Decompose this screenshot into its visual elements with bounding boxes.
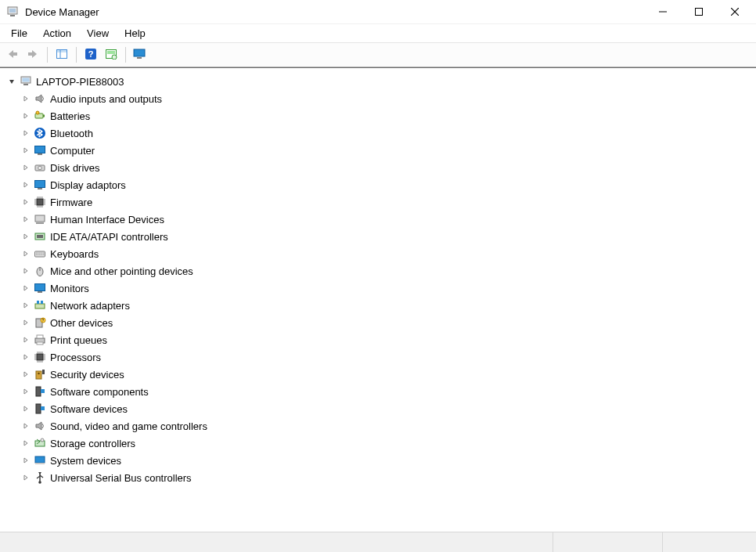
svg-rect-50 [36, 222, 44, 224]
tree-node[interactable]: Disk drives [20, 159, 753, 176]
toolbar-back-button[interactable] [3, 45, 22, 64]
minimize-button[interactable] [645, 0, 681, 23]
chevron-right-icon[interactable] [20, 455, 31, 466]
tree-node[interactable]: Security devices [20, 366, 753, 383]
svg-rect-58 [41, 253, 42, 254]
app-icon [6, 5, 19, 18]
tree-node[interactable]: Display adaptors [20, 176, 753, 193]
svg-rect-10 [57, 50, 67, 52]
toolbar-scan-button[interactable] [102, 45, 121, 64]
chevron-right-icon[interactable] [20, 317, 31, 328]
usb-icon [33, 471, 47, 485]
chevron-right-icon[interactable] [20, 197, 31, 207]
back-icon [6, 49, 19, 62]
toolbar-separator [47, 47, 48, 63]
menu-action[interactable]: Action [35, 26, 79, 41]
svg-rect-91 [43, 358, 45, 359]
status-bar [0, 532, 756, 552]
close-button[interactable] [717, 0, 753, 23]
toolbar-show-hide-button[interactable] [52, 45, 71, 64]
chevron-right-icon[interactable] [20, 248, 31, 259]
chevron-right-icon[interactable] [20, 214, 31, 225]
computer-icon [19, 74, 33, 88]
chevron-right-icon[interactable] [20, 352, 31, 363]
svg-rect-93 [42, 360, 43, 363]
tree-node[interactable]: Batteries [20, 107, 753, 124]
tree-node[interactable]: System devices [20, 452, 753, 469]
storage-icon [33, 436, 47, 450]
chevron-right-icon[interactable] [20, 162, 31, 173]
chevron-right-icon[interactable] [20, 110, 31, 121]
chevron-right-icon[interactable] [20, 283, 31, 294]
svg-rect-36 [43, 200, 45, 200]
svg-rect-90 [34, 358, 37, 359]
tree-node[interactable]: Monitors [20, 280, 753, 297]
menu-help[interactable]: Help [117, 26, 153, 41]
tree-node[interactable]: Human Interface Devices [20, 211, 753, 228]
chevron-right-icon[interactable] [20, 438, 31, 449]
chevron-right-icon[interactable] [20, 334, 31, 345]
svg-rect-35 [34, 200, 37, 200]
tree-node[interactable]: Software components [20, 383, 753, 400]
tree-node[interactable]: Firmware [20, 193, 753, 211]
tree-node[interactable]: Keyboards [20, 245, 753, 262]
tree-node[interactable]: Storage controllers [20, 435, 753, 452]
window-title: Device Manager [25, 6, 99, 18]
chevron-right-icon[interactable] [20, 420, 31, 431]
monitor-icon [33, 281, 47, 295]
tree-node-label: Mice and other pointing devices [50, 265, 193, 277]
tree-node[interactable]: IDE ATA/ATAPI controllers [20, 228, 753, 245]
ide-icon [33, 229, 47, 244]
tree-node[interactable]: Bluetooth [20, 124, 753, 142]
tree-node[interactable]: Audio inputs and outputs [20, 90, 753, 107]
svg-rect-48 [43, 204, 45, 205]
chevron-right-icon[interactable] [20, 145, 31, 156]
tree-node[interactable]: ?Other devices [20, 314, 753, 331]
toolbar-help-button[interactable]: ? [81, 45, 100, 64]
chevron-right-icon[interactable] [20, 300, 31, 311]
menu-view[interactable]: View [79, 26, 117, 41]
svg-rect-54 [36, 253, 37, 254]
chevron-right-icon[interactable] [20, 93, 31, 104]
chevron-right-icon[interactable] [20, 369, 31, 380]
svg-rect-57 [40, 253, 41, 254]
speaker-icon [33, 92, 47, 106]
tree-node-label: Print queues [50, 334, 107, 346]
forward-icon [27, 49, 39, 62]
device-tree[interactable]: LAPTOP-PIE88003Audio inputs and outputsB… [0, 67, 756, 532]
chevron-down-icon[interactable] [6, 76, 17, 87]
tree-node[interactable]: Network adapters [20, 297, 753, 314]
chevron-right-icon[interactable] [20, 265, 31, 276]
svg-rect-34 [38, 205, 38, 207]
chevron-right-icon[interactable] [20, 472, 31, 483]
toolbar-monitor-button[interactable] [131, 45, 149, 64]
svg-rect-105 [35, 456, 45, 463]
tree-node[interactable]: Software devices [20, 400, 753, 417]
chevron-right-icon[interactable] [20, 386, 31, 397]
svg-point-107 [38, 481, 41, 484]
tree-node[interactable]: Print queues [20, 331, 753, 348]
tree-node-label: System devices [50, 455, 121, 467]
chevron-right-icon[interactable] [20, 231, 31, 242]
tree-node[interactable]: Processors [20, 348, 753, 366]
tree-node[interactable]: Sound, video and game controllers [20, 417, 753, 435]
tree-node[interactable]: Mice and other pointing devices [20, 262, 753, 280]
chevron-right-icon[interactable] [20, 403, 31, 414]
toolbar-forward-button[interactable] [23, 45, 42, 64]
toolbar: ? [0, 42, 756, 67]
svg-rect-49 [35, 215, 45, 222]
svg-rect-44 [43, 203, 45, 204]
menubar: File Action View Help [0, 23, 756, 42]
tree-node[interactable]: Universal Serial Bus controllers [20, 469, 753, 486]
svg-rect-88 [41, 352, 41, 354]
chevron-right-icon[interactable] [20, 128, 31, 139]
tree-node[interactable]: Computer [20, 142, 753, 159]
svg-rect-7 [13, 52, 17, 56]
svg-rect-79 [37, 354, 43, 360]
chevron-right-icon[interactable] [20, 179, 31, 190]
maximize-button[interactable] [681, 0, 717, 23]
tree-root-node[interactable]: LAPTOP-PIE88003 [3, 73, 753, 90]
tree-node-label: Batteries [50, 110, 90, 122]
menu-file[interactable]: File [3, 26, 35, 41]
monitor-icon [33, 143, 47, 157]
